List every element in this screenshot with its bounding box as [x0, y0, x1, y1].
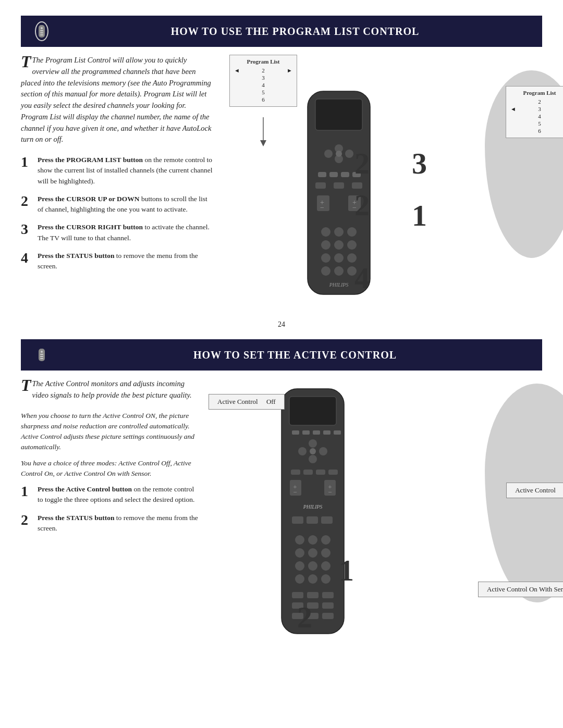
- svg-point-77: [295, 561, 304, 571]
- svg-point-76: [321, 548, 331, 558]
- bottom-left-text: T The Active Control monitors and adjust…: [21, 378, 198, 649]
- svg-rect-50: [323, 430, 331, 435]
- svg-text:PHILIPS: PHILIPS: [329, 282, 349, 288]
- svg-point-75: [308, 548, 317, 558]
- top-header-title: HOW TO USE THE PROGRAM LIST CONTROL: [58, 26, 532, 38]
- svg-rect-58: [303, 470, 313, 475]
- drop-cap-T2: T: [21, 378, 31, 392]
- steps-list: 1 Press the PROGRAM LIST button on the r…: [21, 155, 214, 272]
- svg-rect-83: [292, 592, 303, 598]
- svg-rect-42: [40, 354, 43, 355]
- svg-text:−: −: [293, 488, 297, 496]
- diagram-num-4: 4: [354, 263, 370, 293]
- svg-point-36: [321, 266, 331, 276]
- svg-text:−: −: [320, 204, 324, 212]
- svg-rect-15: [329, 172, 338, 177]
- svg-point-55: [309, 455, 317, 463]
- ac-on-label: Active Control: [515, 486, 556, 494]
- bottom-num-2: 2: [297, 602, 312, 633]
- svg-rect-5: [40, 34, 43, 35]
- svg-point-13: [336, 151, 342, 157]
- step-1: 1 Press the PROGRAM LIST button on the r…: [21, 155, 214, 187]
- svg-point-27: [321, 227, 331, 237]
- active-control-on-box: Active Control On: [506, 483, 563, 498]
- bottom-intro-2: When you choose to turn the Active Contr…: [21, 411, 198, 453]
- step-2-number: 2: [21, 194, 31, 208]
- pl-title-1: Program List: [234, 58, 292, 65]
- svg-point-33: [321, 253, 331, 263]
- svg-point-80: [295, 574, 304, 584]
- svg-point-71: [295, 535, 304, 545]
- step-1-text: Press the PROGRAM LIST button on the rem…: [38, 155, 214, 187]
- svg-rect-70: [321, 516, 333, 524]
- ac-off-label: Active Control: [217, 398, 258, 405]
- bottom-diagram: Active Control Off Active Control On Act…: [198, 378, 563, 649]
- svg-point-30: [321, 240, 331, 250]
- bottom-step-2-text: Press the STATUS button to remove the me…: [38, 513, 198, 534]
- svg-rect-57: [291, 470, 300, 475]
- step-4: 4 Press the STATUS button to remove the …: [21, 251, 214, 272]
- pl-arrow-left: ◄: [234, 67, 240, 73]
- top-left-text: T The Program List Control will allow yo…: [21, 55, 214, 310]
- top-diagram-area: Program List ◄ 2 ► 3 4 5 6 Program Lis: [224, 55, 563, 310]
- bottom-step-1-number: 1: [21, 484, 31, 499]
- pl2-arrow-left: ◄: [510, 106, 516, 112]
- svg-point-81: [308, 574, 317, 584]
- bottom-step-1-text: Press the Active Control button on the r…: [38, 484, 198, 505]
- pl-row-3: 3: [234, 74, 292, 81]
- diagram-num-2a: 2: [354, 149, 370, 179]
- pl-arrow-right: ►: [287, 67, 292, 73]
- remote-control-bottom: + − + − PHILIPS: [250, 384, 375, 644]
- svg-rect-47: [292, 430, 299, 435]
- bottom-step-2: 2 Press the STATUS button to remove the …: [21, 513, 198, 534]
- svg-point-82: [321, 574, 331, 584]
- top-content: T The Program List Control will allow yo…: [21, 55, 542, 310]
- bottom-section: HOW TO SET THE ACTIVE CONTROL T The Acti…: [21, 339, 542, 649]
- svg-point-73: [321, 535, 331, 545]
- step-1-number: 1: [21, 155, 31, 169]
- svg-point-9: [324, 150, 333, 158]
- bottom-diagram-area: Active Control Off Active Control On Act…: [203, 378, 563, 649]
- svg-point-72: [308, 535, 317, 545]
- svg-point-31: [334, 240, 344, 250]
- diagram-num-1: 1: [412, 201, 427, 231]
- svg-rect-44: [40, 358, 43, 359]
- top-section: HOW TO USE THE PROGRAM LIST CONTROL T Th…: [21, 16, 542, 310]
- svg-point-41: [41, 351, 43, 353]
- pl-row2-4: 4: [510, 113, 563, 120]
- pl-row-2: ◄ 2 ►: [234, 67, 292, 74]
- bottom-intro-1: T The Active Control monitors and adjust…: [21, 378, 198, 401]
- active-control-off-box: Active Control Off: [209, 394, 285, 410]
- svg-point-28: [334, 227, 344, 237]
- active-control-sensor-box: Active Control On With Sensor: [478, 582, 563, 597]
- svg-rect-85: [322, 592, 334, 598]
- svg-rect-60: [328, 470, 338, 475]
- svg-point-53: [309, 439, 317, 448]
- svg-rect-88: [322, 602, 334, 609]
- svg-point-52: [298, 447, 307, 455]
- svg-rect-48: [302, 430, 310, 435]
- svg-rect-16: [341, 172, 349, 177]
- svg-point-2: [41, 27, 43, 29]
- pl-row2-3: ◄ 3 ►: [510, 105, 563, 113]
- svg-text:−: −: [328, 488, 332, 496]
- top-intro: T The Program List Control will allow yo…: [21, 55, 214, 145]
- bottom-header-title: HOW TO SET THE ACTIVE CONTROL: [58, 349, 532, 361]
- svg-rect-51: [334, 430, 341, 435]
- svg-point-11: [345, 150, 353, 158]
- svg-rect-8: [315, 99, 362, 130]
- svg-point-56: [310, 448, 316, 454]
- svg-point-78: [308, 561, 317, 571]
- svg-rect-19: [334, 182, 344, 189]
- bottom-intro-3: You have a choice of three modes: Active…: [21, 458, 198, 479]
- svg-rect-59: [316, 470, 325, 475]
- diagram-num-3: 3: [412, 149, 427, 179]
- page: HOW TO USE THE PROGRAM LIST CONTROL T Th…: [0, 0, 563, 728]
- step-3-text: Press the CURSOR RIGHT button to activat…: [38, 222, 214, 243]
- svg-rect-91: [322, 613, 334, 619]
- svg-rect-14: [318, 172, 326, 177]
- svg-rect-46: [289, 397, 336, 425]
- program-list-box-2: Program List 2 ◄ 3 ► 4 5 6: [506, 86, 563, 138]
- svg-point-32: [347, 240, 357, 250]
- ac-off-value: Off: [266, 398, 276, 405]
